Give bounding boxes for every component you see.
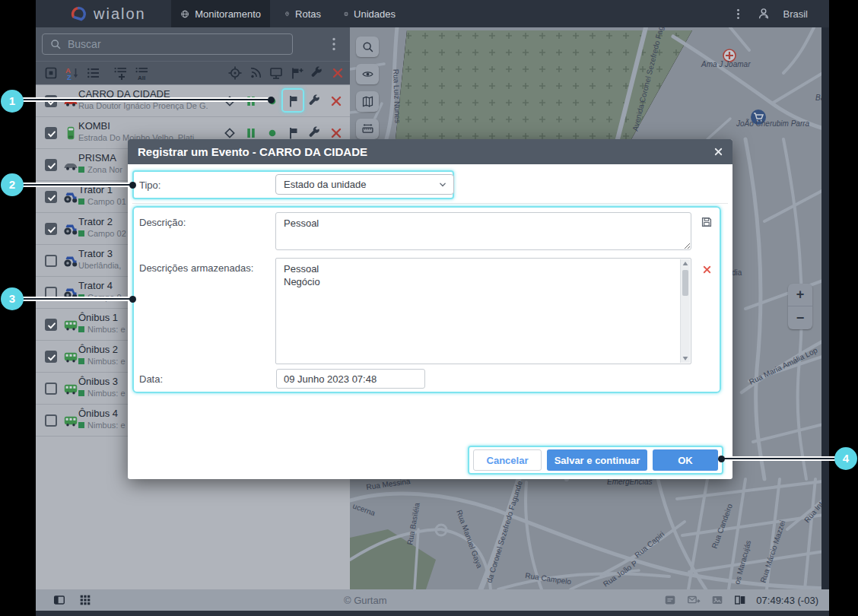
- unit-checkbox[interactable]: [45, 319, 57, 331]
- unit-checkbox[interactable]: [45, 191, 57, 203]
- unit-checkbox[interactable]: [45, 127, 57, 139]
- dialog-header[interactable]: Registrar um Evento - CARRO DA CIDADE: [128, 139, 732, 164]
- ruler-icon: [361, 122, 374, 135]
- locate-on-map-icon[interactable]: [227, 65, 243, 81]
- bottom-bar: © Gurtam 07:49:43 (-03): [36, 589, 829, 611]
- select-all-icon[interactable]: [43, 65, 59, 81]
- kebab-menu-icon[interactable]: [732, 8, 745, 21]
- add-units-to-list-icon[interactable]: [113, 65, 129, 81]
- stored-description-item[interactable]: Pessoal: [284, 262, 683, 275]
- register-event-dialog: Registrar um Evento - CARRO DA CIDADE Ti…: [128, 139, 732, 479]
- stored-description-item[interactable]: Negócio: [284, 275, 683, 288]
- unit-checkbox[interactable]: [45, 351, 57, 363]
- remove-all-icon[interactable]: [330, 65, 345, 81]
- scroll-up-icon[interactable]: [681, 259, 690, 268]
- map-layers-button[interactable]: [356, 91, 379, 112]
- wialon-logo: wialon: [71, 0, 146, 27]
- callout-dot-4: [718, 456, 725, 462]
- search-box[interactable]: [42, 33, 293, 55]
- unit-location: Rua Doutor Ignácio Proença De G...: [78, 101, 208, 110]
- callout-dot-3: [129, 296, 136, 303]
- search-icon: [49, 38, 62, 50]
- zoom-in-button[interactable]: +: [788, 284, 812, 306]
- unit-checkbox[interactable]: [45, 383, 57, 395]
- map-search-button[interactable]: [356, 37, 379, 57]
- tipo-label: Tipo:: [139, 179, 160, 191]
- unit-action-icons[interactable]: [222, 125, 345, 141]
- unit-checkbox[interactable]: [45, 255, 57, 267]
- top-navbar: wialon Monitoramento Rotas Unidades Bras…: [36, 0, 829, 27]
- panel-menu-icon[interactable]: [326, 34, 342, 54]
- unit-location: Campo 02: [87, 229, 126, 238]
- monitor-units-icon[interactable]: [269, 65, 284, 81]
- vehicle-icon-green-bus: [63, 381, 78, 396]
- callout-4: 4: [834, 447, 857, 470]
- scrollbar-thumb[interactable]: [682, 270, 688, 296]
- search-input[interactable]: [68, 38, 285, 50]
- list-view-icon[interactable]: [86, 65, 101, 81]
- mail-icon[interactable]: [686, 593, 701, 607]
- sort-az-icon[interactable]: [65, 65, 80, 81]
- geozone-square-icon: [78, 230, 84, 237]
- split-view-icon[interactable]: [733, 593, 747, 607]
- tab-unidades[interactable]: Unidades: [335, 0, 405, 27]
- apps-grid-icon[interactable]: [78, 593, 92, 607]
- unit-location: Campo 01: [87, 197, 126, 206]
- log-icon[interactable]: [663, 593, 677, 607]
- wrench-icon[interactable]: [310, 65, 325, 81]
- zoom-out-button[interactable]: −: [788, 306, 812, 329]
- scroll-down-icon[interactable]: [681, 354, 690, 363]
- register-event-column-icon[interactable]: [289, 65, 304, 81]
- divider: [132, 203, 728, 204]
- callout-dot-1: [268, 97, 275, 103]
- copyright: © Gurtam: [344, 595, 387, 606]
- unit-location: Nimbus: e: [87, 389, 126, 398]
- unit-checkbox[interactable]: [45, 159, 57, 171]
- save-description-icon[interactable]: [700, 215, 713, 229]
- event-type-row: Tipo: Estado da unidade: [132, 170, 454, 199]
- show-all-units-icon[interactable]: [135, 65, 150, 81]
- save-continue-button[interactable]: Salvar e continuar: [547, 449, 647, 471]
- place-label: Ama J Joamar: [701, 60, 751, 68]
- unit-checkbox[interactable]: [45, 223, 57, 235]
- tipo-select[interactable]: Estado da unidade: [275, 174, 454, 195]
- map-pin-icon: [284, 8, 290, 20]
- panel-toggle-icon[interactable]: [52, 593, 66, 607]
- user-label[interactable]: Brasil: [783, 8, 808, 20]
- chevron-down-icon: [437, 179, 448, 190]
- vehicle-icon-green-van: [63, 125, 78, 141]
- geozone-square-icon: [78, 198, 84, 205]
- bus-front-icon: [344, 8, 348, 20]
- tab-label: Rotas: [295, 8, 321, 20]
- ok-button[interactable]: OK: [653, 449, 718, 471]
- tab-monitoramento[interactable]: Monitoramento: [171, 0, 270, 27]
- dialog-buttons: Cancelar Salvar e continuar OK: [468, 446, 723, 475]
- callout-line-4: [723, 456, 837, 461]
- stored-descriptions-listbox[interactable]: Pessoal Negócio: [275, 258, 691, 364]
- unit-list-toolbar: [36, 61, 350, 85]
- vehicle-icon-blue-tractor: [63, 189, 78, 205]
- dialog-body: Tipo: Estado da unidade Descrição: Pesso…: [128, 164, 732, 479]
- vehicle-icon-green-bus: [63, 413, 78, 428]
- map-zoom-control: + −: [788, 284, 812, 329]
- register-event-flag-highlight: [281, 88, 304, 113]
- close-icon[interactable]: [713, 146, 724, 157]
- listbox-scrollbar[interactable]: [680, 259, 690, 363]
- unit-location: Nimbus: e: [87, 421, 126, 430]
- unit-checkbox[interactable]: [45, 414, 57, 427]
- delete-description-icon[interactable]: [701, 264, 713, 275]
- tab-label: Monitoramento: [195, 8, 261, 20]
- tab-rotas[interactable]: Rotas: [275, 0, 330, 27]
- map-ruler-button[interactable]: [356, 119, 379, 139]
- clock: 07:49:43 (-03): [756, 595, 818, 606]
- search-area: [36, 27, 350, 61]
- unit-name[interactable]: KOMBI: [78, 120, 208, 132]
- map-visibility-button[interactable]: [356, 64, 379, 84]
- cancel-button[interactable]: Cancelar: [473, 449, 542, 471]
- satellite-state-icon[interactable]: [248, 65, 263, 81]
- callout-1: 1: [1, 90, 24, 113]
- data-input[interactable]: [276, 369, 425, 389]
- photos-icon[interactable]: [710, 593, 724, 607]
- user-icon[interactable]: [757, 7, 771, 21]
- descricao-textarea[interactable]: Pessoal: [275, 212, 691, 250]
